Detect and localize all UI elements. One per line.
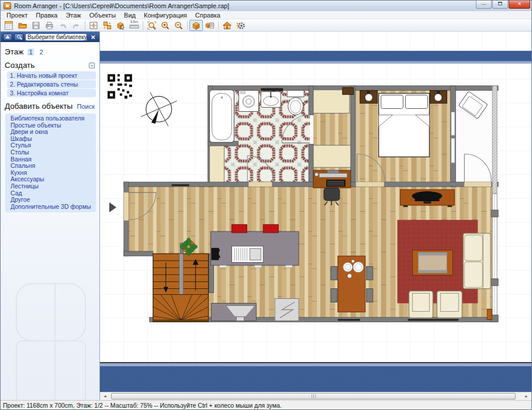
lib-item-other[interactable]: Другое <box>11 197 96 204</box>
library-dropdown[interactable]: Выберите библиотеку... ▼ <box>25 33 87 41</box>
dining-chair[interactable] <box>367 289 373 302</box>
qr-code[interactable] <box>108 74 132 99</box>
decorative-outline <box>16 340 86 400</box>
save-icon[interactable] <box>29 20 43 31</box>
undo-icon[interactable] <box>56 20 70 31</box>
double-bed[interactable] <box>379 94 430 157</box>
menu-help[interactable]: Справка <box>191 12 224 19</box>
nightstand-left[interactable] <box>360 91 378 104</box>
balcony-railing <box>492 86 497 194</box>
zoom-in-icon[interactable] <box>158 20 172 31</box>
zoom-out-icon[interactable] <box>172 20 185 31</box>
floor-label: Этаж <box>5 47 23 56</box>
collapse-icon[interactable]: − <box>89 63 95 68</box>
app-icon <box>4 2 11 9</box>
menu-floor[interactable]: Этаж <box>61 12 85 19</box>
panel-close-button[interactable]: × <box>89 33 97 41</box>
coffee-table[interactable] <box>413 250 453 275</box>
lib-item-user-library[interactable]: Библиотека пользователя <box>11 115 96 122</box>
floor-tab-2[interactable]: 2 <box>38 49 44 56</box>
redo-icon[interactable] <box>70 20 83 31</box>
search-link[interactable]: Поиск <box>77 103 95 110</box>
measure-label: 3,5m <box>129 20 139 23</box>
minimize-button[interactable]: — <box>476 1 492 9</box>
search-icon <box>17 35 20 39</box>
hall-shelf[interactable] <box>343 88 354 95</box>
barstool[interactable] <box>232 225 247 233</box>
create-item-new-project[interactable]: 1. Начать новый проект <box>7 71 96 80</box>
view-3d-icon[interactable] <box>189 20 203 31</box>
washing-machine[interactable] <box>239 91 258 112</box>
toolbar-separator <box>218 21 219 30</box>
zoom-extents-icon[interactable] <box>145 20 158 31</box>
home-button[interactable] <box>3 33 12 41</box>
hall-wardrobe-bottom[interactable] <box>313 145 351 167</box>
menu-objects[interactable]: Объекты <box>85 12 120 19</box>
wall-editor-icon[interactable] <box>87 20 101 31</box>
status-bar: Проект: 1168cm x 700cm, Этаж: 1/2 -- Мас… <box>1 400 531 409</box>
print-icon[interactable] <box>43 20 56 31</box>
menu-project[interactable]: Проект <box>2 12 32 19</box>
dining-chair[interactable] <box>367 267 373 280</box>
fridge[interactable] <box>275 299 299 321</box>
add-object-icon[interactable] <box>114 20 127 31</box>
library-panel-header: Выберите библиотеку... ▼ × <box>1 32 99 42</box>
lib-item-stairs[interactable]: Лестницы <box>11 183 96 190</box>
tv-stand[interactable] <box>400 190 455 207</box>
restore-icon <box>498 2 502 5</box>
status-text: Проект: 1168cm x 700cm, Этаж: 1/2 -- Мас… <box>3 402 282 409</box>
sofa[interactable] <box>463 233 490 289</box>
open-project-icon[interactable] <box>16 20 29 31</box>
dining-chair[interactable] <box>331 267 337 280</box>
scroll-right-button[interactable]: ► <box>521 392 531 400</box>
radiator[interactable] <box>487 309 492 319</box>
scrollbar-thumb[interactable] <box>111 393 516 399</box>
add-objects-section-header: Добавить объекты Поиск <box>5 102 95 111</box>
menu-configuration[interactable]: Конфигурация <box>140 12 191 19</box>
computer-desk[interactable] <box>313 170 351 188</box>
toilet[interactable] <box>287 91 304 115</box>
floor-plan[interactable] <box>100 32 531 392</box>
nightstand-right[interactable] <box>430 91 447 104</box>
lib-item-additional-3d[interactable]: Дополнительные 3D формы <box>11 204 96 211</box>
floor-tab-1[interactable]: 1 <box>27 49 34 56</box>
window-title: Room Arranger - [C:\Users\Сергей\Documen… <box>14 2 229 9</box>
create-section-header: Создать − <box>5 61 95 70</box>
close-button[interactable]: ✕ <box>509 1 530 9</box>
bathroom-cabinet[interactable] <box>209 146 224 182</box>
select-objects-icon[interactable] <box>101 20 114 31</box>
kitchen-island[interactable] <box>210 232 299 268</box>
menu-view[interactable]: Вид <box>120 12 140 19</box>
lib-item-bedroom[interactable]: Спальня <box>11 163 96 170</box>
home-3d-icon[interactable] <box>220 20 234 31</box>
dining-chair[interactable] <box>331 289 337 302</box>
barstool[interactable] <box>263 225 278 233</box>
object-list-icon[interactable] <box>203 20 216 31</box>
armchair[interactable] <box>437 291 462 318</box>
walkthrough-icon[interactable] <box>234 20 247 31</box>
menu-bar: Проект Правка Этаж Объекты Вид Конфигура… <box>1 11 531 19</box>
library-sidebar: Выберите библиотеку... ▼ × Этаж 1 2 Созд… <box>1 32 100 400</box>
scroll-left-button[interactable]: ◄ <box>100 392 110 400</box>
app-window: Room Arranger - [C:\Users\Сергей\Documen… <box>0 0 532 410</box>
home-icon <box>5 35 10 39</box>
new-document-icon[interactable] <box>2 20 16 31</box>
create-title: Создать <box>5 61 34 70</box>
create-item-room-setup[interactable]: 3. Настройка комнат <box>7 89 96 97</box>
restore-button[interactable] <box>492 1 508 9</box>
bathroom-sink[interactable] <box>261 92 281 108</box>
create-item-edit-walls[interactable]: 2. Редактировать стены <box>7 80 96 88</box>
scrollbar-track[interactable] <box>110 392 521 400</box>
kitchen-sink-counter[interactable] <box>211 303 256 321</box>
plan-canvas[interactable]: ◄ ► <box>100 32 531 400</box>
search-button[interactable] <box>14 33 23 41</box>
horizontal-scrollbar[interactable]: ◄ ► <box>100 392 531 400</box>
toolbar-separator <box>187 21 188 30</box>
staircase[interactable] <box>153 254 209 322</box>
measure-icon[interactable]: 3,5m <box>127 20 141 31</box>
toolbar-separator <box>143 21 143 30</box>
armchair[interactable] <box>409 291 433 318</box>
lib-item-tables[interactable]: Столы <box>11 149 96 156</box>
bathtub[interactable] <box>209 90 234 143</box>
menu-edit[interactable]: Правка <box>32 12 61 19</box>
